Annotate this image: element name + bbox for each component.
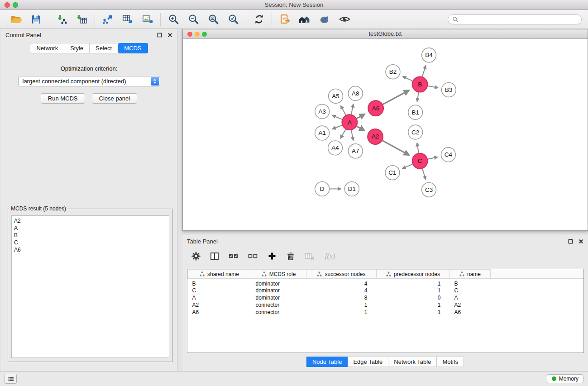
edge-A-A5[interactable] (341, 106, 346, 115)
tab-select[interactable]: Select (90, 43, 118, 53)
float-panel-icon[interactable] (568, 239, 573, 244)
cell-successor-nodes[interactable]: 1 (306, 309, 377, 316)
mcds-result-item[interactable]: A (14, 224, 167, 232)
edge-B-B3[interactable] (428, 86, 438, 88)
search-field[interactable] (448, 14, 582, 24)
edge-A-A2[interactable] (357, 126, 365, 131)
node-A7[interactable]: A7 (348, 144, 363, 158)
cell-name[interactable]: A (450, 294, 491, 301)
edge-B-B4[interactable] (422, 66, 426, 77)
zoom-selected-button[interactable] (226, 13, 240, 26)
mcds-result-item[interactable]: C (14, 239, 167, 246)
mcds-result-item[interactable]: A2 (14, 217, 167, 224)
export-table-button[interactable] (121, 13, 134, 26)
cell-shared-name[interactable]: A (188, 294, 251, 301)
import-table-button[interactable] (75, 13, 89, 26)
cell-shared-name[interactable]: A2 (188, 301, 251, 309)
show-panels-button[interactable] (5, 374, 17, 384)
table-row[interactable]: A6connector11A6 (188, 309, 584, 316)
eye-button[interactable] (338, 13, 351, 26)
edge-A2-C[interactable] (382, 141, 409, 155)
validate-button[interactable] (318, 13, 331, 26)
table-row[interactable]: A2connector11A2 (188, 301, 584, 309)
node-A2[interactable]: A2 (368, 129, 383, 144)
search-input[interactable] (461, 16, 577, 23)
delete-table-button[interactable] (305, 252, 315, 261)
edge-A-A6[interactable] (357, 114, 365, 119)
node-A4[interactable]: A4 (328, 141, 343, 155)
column-header-predecessor-nodes[interactable]: predecessor nodes (377, 270, 450, 279)
cell-shared-name[interactable]: A6 (188, 309, 251, 316)
dropdown-stepper-icon[interactable] (151, 77, 159, 86)
home-button[interactable] (298, 13, 311, 26)
tab-network[interactable]: Network (30, 43, 64, 53)
node-A[interactable]: A (342, 114, 357, 130)
deselect-all-button[interactable] (248, 252, 258, 261)
network-graph[interactable]: B4B2BB3A5A8A6A3B1AC2A1A2A4A7C4CC1DD1C3 (183, 39, 588, 230)
table-row[interactable]: Bdominator41B (188, 279, 584, 287)
node-B4[interactable]: B4 (422, 48, 436, 62)
node-C1[interactable]: C1 (385, 166, 400, 180)
cell-predecessor-nodes[interactable]: 1 (377, 287, 450, 294)
optimization-criterion-dropdown[interactable]: largest connected component (directed) (18, 76, 160, 86)
node-D[interactable]: D (315, 182, 330, 196)
cell-shared-name[interactable]: C (188, 287, 251, 294)
save-session-button[interactable] (29, 13, 43, 26)
node-A8[interactable]: A8 (348, 86, 363, 101)
node-A1[interactable]: A1 (315, 126, 330, 140)
zoom-in-button[interactable] (167, 13, 180, 26)
node-B2[interactable]: B2 (386, 65, 400, 79)
tab-style[interactable]: Style (64, 43, 90, 53)
edge-A-A7[interactable] (351, 130, 354, 141)
document-export-button[interactable] (278, 13, 292, 26)
edge-B-B2[interactable] (403, 76, 413, 81)
tab-mcds[interactable]: MCDS (118, 43, 148, 53)
node-C3[interactable]: C3 (422, 183, 436, 197)
node-B1[interactable]: B1 (408, 105, 423, 119)
tab-motifs[interactable]: Motifs (437, 357, 464, 367)
edge-A-A8[interactable] (351, 104, 354, 114)
export-image-button[interactable] (141, 13, 154, 26)
edge-A-A1[interactable] (332, 125, 342, 129)
cell-successor-nodes[interactable]: 8 (306, 294, 377, 301)
column-chooser-button[interactable] (210, 252, 219, 261)
cell-predecessor-nodes[interactable]: 1 (377, 309, 450, 316)
add-row-button[interactable] (268, 252, 277, 261)
tab-edge-table[interactable]: Edge Table (348, 357, 388, 367)
column-header-MCDS-role[interactable]: MCDS role (251, 270, 306, 279)
edge-C-C1[interactable] (402, 164, 412, 168)
cell-predecessor-nodes[interactable]: 1 (377, 279, 450, 287)
node-A3[interactable]: A3 (315, 104, 330, 119)
table-row[interactable]: Adominator80A (188, 294, 584, 301)
edge-C-C4[interactable] (428, 157, 438, 159)
import-network-button[interactable] (55, 13, 69, 26)
column-header-shared-name[interactable]: shared name (188, 270, 251, 279)
node-C[interactable]: C (412, 153, 428, 169)
edge-A-A3[interactable] (332, 115, 342, 119)
edge-C-C2[interactable] (417, 143, 418, 153)
delete-row-button[interactable] (286, 252, 295, 261)
cell-MCDS-role[interactable]: dominator (251, 294, 306, 301)
memory-button[interactable]: Memory (547, 374, 583, 383)
node-D1[interactable]: D1 (344, 182, 359, 196)
close-panel-icon[interactable] (578, 239, 583, 244)
function-builder-button[interactable]: f(x) (324, 252, 339, 261)
open-file-button[interactable] (10, 13, 23, 26)
node-A5[interactable]: A5 (329, 89, 343, 103)
cell-shared-name[interactable]: B (188, 279, 251, 287)
cell-name[interactable]: A2 (450, 301, 491, 309)
node-C2[interactable]: C2 (408, 125, 423, 139)
cell-MCDS-role[interactable]: connector (251, 301, 306, 309)
cell-MCDS-role[interactable]: connector (251, 309, 306, 316)
cell-predecessor-nodes[interactable]: 0 (377, 294, 450, 301)
mcds-result-item[interactable]: A6 (14, 246, 167, 253)
table-row[interactable]: Cdominator41C (188, 287, 584, 294)
edge-A-A4[interactable] (340, 129, 345, 138)
cell-name[interactable]: C (450, 287, 491, 294)
cell-successor-nodes[interactable]: 4 (306, 287, 377, 294)
node-C4[interactable]: C4 (441, 148, 455, 162)
select-all-button[interactable] (229, 252, 239, 261)
cell-successor-nodes[interactable]: 1 (306, 301, 377, 309)
column-header-successor-nodes[interactable]: successor nodes (306, 270, 377, 279)
column-header-name[interactable]: name (450, 270, 491, 279)
